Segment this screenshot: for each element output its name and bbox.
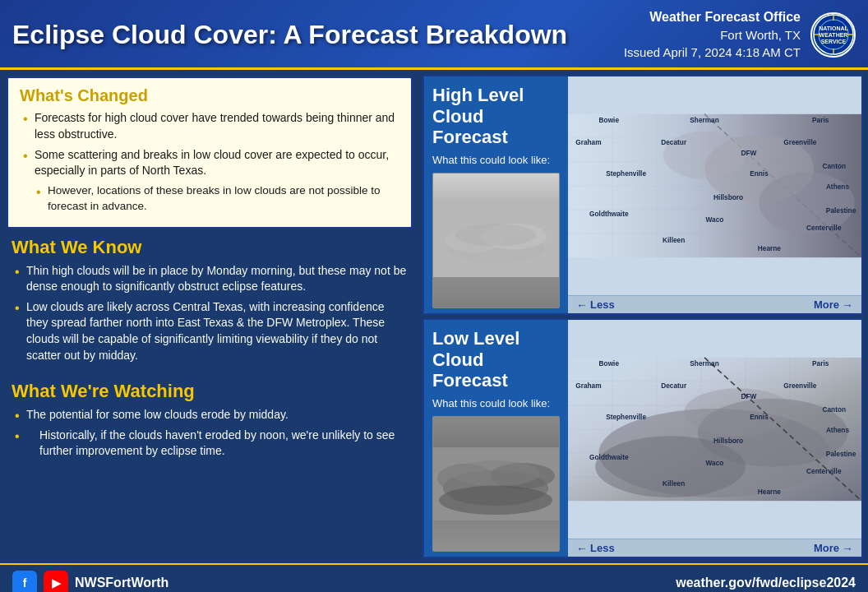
svg-text:Stephenville: Stephenville: [606, 413, 646, 421]
page-title: Eclipse Cloud Cover: A Forecast Breakdow…: [12, 20, 624, 50]
svg-text:Goldthwaite: Goldthwaite: [589, 454, 629, 462]
legend-more-label: More: [814, 298, 853, 312]
svg-text:WEATHER: WEATHER: [819, 32, 847, 38]
svg-text:Bowie: Bowie: [599, 116, 620, 124]
low-forecast-legend: Less More: [568, 539, 861, 557]
what-were-watching-list: The potential for some low clouds erode …: [12, 407, 408, 460]
svg-text:Greenville: Greenville: [783, 382, 817, 391]
left-panel: What's Changed Forecasts for high cloud …: [0, 70, 419, 563]
header: Eclipse Cloud Cover: A Forecast Breakdow…: [0, 0, 868, 70]
main-content: What's Changed Forecasts for high cloud …: [0, 70, 868, 563]
svg-text:Canton: Canton: [823, 406, 847, 414]
high-forecast-card-left: High LevelCloudForecast What this could …: [424, 76, 568, 313]
svg-text:Hearne: Hearne: [758, 488, 782, 496]
office-location: Fort Worth, TX: [624, 26, 801, 44]
svg-text:Sherman: Sherman: [690, 116, 719, 124]
high-forecast-title: High LevelCloudForecast: [432, 85, 560, 147]
whats-changed-section: What's Changed Forecasts for high cloud …: [7, 76, 413, 228]
low-legend-less-label: Less: [576, 542, 615, 555]
high-forecast-subtitle: What this could look like:: [432, 154, 560, 168]
svg-text:Killeen: Killeen: [663, 479, 685, 488]
low-forecast-map: Bowie Sherman Paris Graham Decatur Green…: [568, 320, 861, 557]
what-were-watching-section: What We're Watching The potential for so…: [0, 372, 419, 469]
list-item: However, locations of these breaks in lo…: [20, 183, 399, 215]
svg-text:DFW: DFW: [741, 392, 757, 400]
what-we-know-title: What We Know: [12, 237, 408, 258]
svg-text:Goldthwaite: Goldthwaite: [589, 210, 629, 219]
high-level-forecast-card: High LevelCloudForecast What this could …: [422, 75, 863, 315]
facebook-icon[interactable]: f: [12, 571, 37, 592]
svg-text:Paris: Paris: [812, 359, 829, 368]
low-forecast-card-left: Low LevelCloudForecast What this could l…: [424, 320, 568, 557]
high-cloud-preview: [432, 173, 560, 308]
svg-text:Ennis: Ennis: [750, 413, 769, 421]
low-forecast-map-container: Bowie Sherman Paris Graham Decatur Green…: [568, 320, 861, 539]
what-we-know-list: Thin high clouds will be in place by Mon…: [12, 263, 408, 364]
high-forecast-map-container: Bowie Sherman Paris Graham Decatur Green…: [568, 76, 861, 295]
svg-text:Canton: Canton: [823, 163, 847, 171]
what-were-watching-title: What We're Watching: [12, 381, 408, 402]
svg-text:Paris: Paris: [812, 116, 829, 124]
svg-point-71: [684, 389, 793, 437]
arrow-left-icon: [576, 298, 588, 312]
svg-text:Killeen: Killeen: [663, 236, 685, 244]
svg-text:Graham: Graham: [575, 139, 601, 147]
low-level-forecast-card: Low LevelCloudForecast What this could l…: [422, 318, 863, 558]
whats-changed-list: Forecasts for high cloud cover have tren…: [20, 110, 399, 214]
list-item: Some scattering and breaks in low cloud …: [20, 147, 399, 179]
low-forecast-title: Low LevelCloudForecast: [432, 328, 560, 391]
social-handle: NWSFortWorth: [75, 576, 169, 590]
arrow-right-icon: [842, 542, 853, 555]
svg-text:Palestine: Palestine: [826, 451, 856, 459]
svg-point-54: [439, 486, 552, 516]
right-panel: High LevelCloudForecast What this could …: [419, 70, 868, 563]
svg-text:Waco: Waco: [706, 459, 724, 467]
footer-website: weather.gov/fwd/eclipse2024: [676, 576, 856, 590]
high-forecast-legend: Less More: [568, 295, 861, 313]
svg-text:Decatur: Decatur: [661, 382, 687, 391]
youtube-icon[interactable]: ▶: [44, 571, 68, 592]
low-cloud-preview: [432, 416, 560, 552]
svg-text:Hearne: Hearne: [758, 244, 782, 252]
svg-text:SERVICE: SERVICE: [820, 39, 846, 44]
list-item: The potential for some low clouds erode …: [12, 407, 408, 423]
svg-text:Palestine: Palestine: [826, 207, 856, 215]
svg-text:Athens: Athens: [826, 427, 850, 435]
svg-text:DFW: DFW: [741, 149, 757, 157]
svg-text:Stephenville: Stephenville: [606, 169, 646, 178]
svg-text:Centerville: Centerville: [806, 467, 842, 475]
header-info: Weather Forecast Office Fort Worth, TX I…: [624, 8, 856, 61]
low-legend-more-text: More: [814, 542, 839, 554]
svg-text:Hillsboro: Hillsboro: [713, 437, 743, 445]
high-forecast-map: Bowie Sherman Paris Graham Decatur Green…: [568, 76, 861, 313]
svg-text:Ennis: Ennis: [750, 169, 769, 178]
issue-time: Issued April 7, 2024 4:18 AM CT: [624, 44, 801, 61]
svg-text:Sherman: Sherman: [690, 359, 719, 368]
svg-text:Athens: Athens: [826, 183, 850, 192]
whats-changed-title: What's Changed: [20, 86, 399, 105]
legend-more-text: More: [814, 298, 839, 311]
what-we-know-section: What We Know Thin high clouds will be in…: [0, 229, 419, 373]
arrow-left-icon: [576, 542, 588, 555]
svg-text:Bowie: Bowie: [599, 359, 620, 368]
svg-text:Hillsboro: Hillsboro: [713, 193, 743, 201]
footer: f ▶ NWSFortWorth weather.gov/fwd/eclipse…: [0, 563, 868, 592]
social-links: f ▶ NWSFortWorth: [12, 571, 169, 592]
list-item: Forecasts for high cloud cover have tren…: [20, 110, 399, 142]
svg-text:Centerville: Centerville: [806, 224, 842, 232]
svg-text:Greenville: Greenville: [783, 139, 817, 147]
svg-text:NATIONAL: NATIONAL: [819, 25, 848, 31]
svg-point-13: [455, 224, 537, 247]
svg-point-53: [451, 460, 541, 487]
svg-text:Decatur: Decatur: [661, 139, 687, 147]
svg-text:Waco: Waco: [706, 215, 724, 224]
office-label: Weather Forecast Office: [624, 8, 801, 26]
list-item: Thin high clouds will be in place by Mon…: [12, 263, 408, 295]
low-legend-more-label: More: [814, 542, 853, 555]
legend-less-text: Less: [590, 298, 615, 311]
office-info: Weather Forecast Office Fort Worth, TX I…: [624, 8, 801, 61]
arrow-right-icon: [842, 298, 853, 312]
list-item: Low clouds are likely across Central Tex…: [12, 299, 408, 363]
legend-less-label: Less: [576, 298, 615, 312]
nws-logo: NATIONAL WEATHER SERVICE: [810, 12, 856, 58]
